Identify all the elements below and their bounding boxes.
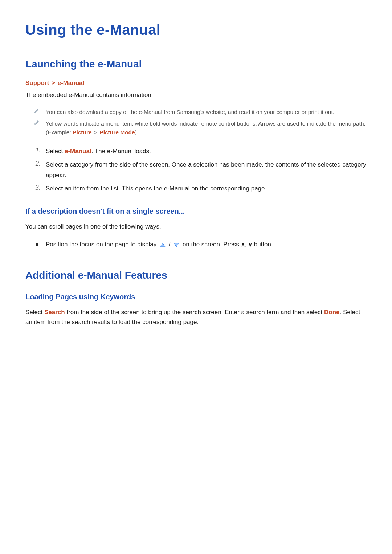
menu-link-search: Search: [44, 309, 65, 316]
breadcrumb: Support > e-Manual: [25, 79, 367, 87]
step-segment: Select: [46, 148, 65, 155]
note-item: You can also download a copy of the e-Ma…: [33, 106, 367, 118]
step-text: Select an item from the list. This opens…: [46, 184, 266, 194]
breadcrumb-part-support: Support: [25, 79, 49, 86]
bullet-segment: ,: [245, 241, 248, 248]
note-text: You can also download a copy of the e-Ma…: [46, 108, 334, 116]
bullet-segment: Position the focus on the page to displa…: [46, 241, 158, 248]
step-number: 1.: [33, 146, 41, 157]
bullet-segment: on the screen. Press: [181, 241, 241, 248]
note-pencil-icon: [33, 119, 41, 137]
note-segment: ): [135, 129, 137, 135]
section-launching-heading: Launching the e-Manual: [25, 58, 367, 70]
step-text: Select e-Manual. The e-Manual loads.: [46, 146, 151, 157]
menu-link-done: Done: [324, 309, 340, 316]
breadcrumb-separator: >: [93, 129, 98, 135]
step-item: 3. Select an item from the list. This op…: [33, 182, 367, 196]
note-list: You can also download a copy of the e-Ma…: [25, 106, 367, 138]
step-item: 2. Select a category from the side of th…: [33, 158, 367, 182]
bullet-list: ● Position the focus on the page to disp…: [25, 238, 367, 251]
ordered-steps: 1. Select e-Manual. The e-Manual loads. …: [25, 145, 367, 196]
bullet-marker: ●: [33, 239, 41, 250]
para-segment: Select: [25, 309, 44, 316]
scroll-up-icon: [159, 242, 166, 248]
menu-link-emanual: e-Manual: [65, 148, 91, 155]
step-number: 2.: [33, 160, 41, 181]
bullet-segment: button.: [252, 241, 273, 248]
note-text: Yellow words indicate a menu item; white…: [46, 119, 367, 137]
bullet-text: Position the focus on the page to displa…: [46, 239, 273, 250]
keywords-paragraph: Select Search from the side of the scree…: [25, 308, 367, 327]
bullet-segment: /: [167, 241, 172, 248]
step-number: 3.: [33, 184, 41, 194]
step-item: 1. Select e-Manual. The e-Manual loads.: [33, 145, 367, 158]
page-title: Using the e-Manual: [25, 22, 367, 38]
subsection-scroll-heading: If a description doesn't fit on a single…: [25, 207, 367, 216]
breadcrumb-separator: >: [51, 79, 56, 86]
breadcrumb-part-emanual: e-Manual: [58, 79, 85, 86]
subsection-keywords-heading: Loading Pages using Keywords: [25, 293, 367, 301]
intro-text: The embedded e-Manual contains informati…: [25, 90, 367, 100]
note-item: Yellow words indicate a menu item; white…: [33, 118, 367, 138]
scroll-intro-text: You can scroll pages in one of the follo…: [25, 222, 367, 231]
remote-down-button: ∨: [248, 242, 252, 247]
scroll-down-icon: [173, 242, 180, 248]
bullet-item: ● Position the focus on the page to disp…: [33, 238, 367, 251]
menu-path-picture: Picture: [73, 129, 92, 135]
para-segment: from the side of the screen to bring up …: [65, 309, 324, 316]
remote-up-button: ∧: [241, 242, 245, 247]
note-pencil-icon: [33, 108, 41, 116]
step-text: Select a category from the side of the s…: [46, 160, 367, 181]
section-additional-heading: Additional e-Manual Features: [25, 270, 367, 281]
step-segment: . The e-Manual loads.: [91, 148, 151, 155]
menu-path-picture-mode: Picture Mode: [99, 129, 135, 135]
